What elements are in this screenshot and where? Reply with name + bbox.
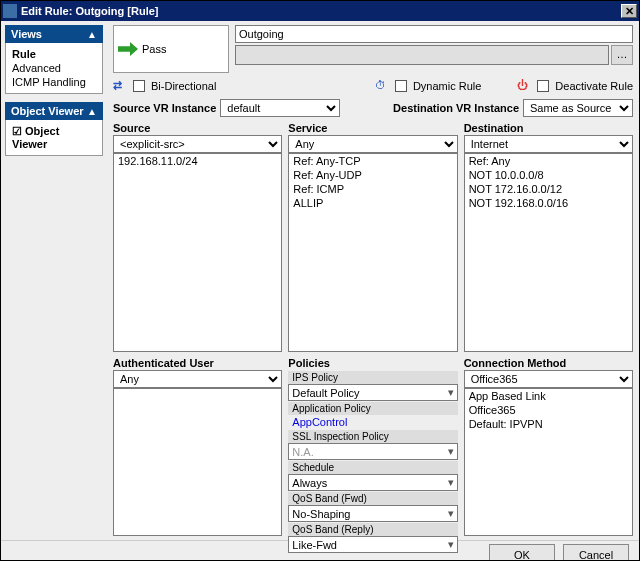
list-item[interactable]: Ref: Any-UDP [289, 168, 456, 182]
qosreply-select[interactable]: Like-Fwd▾ [288, 536, 457, 553]
list-item[interactable]: Default: IPVPN [465, 417, 632, 431]
dynamic-label: Dynamic Rule [413, 80, 481, 92]
bidirectional-label: Bi-Directional [151, 80, 216, 92]
chevron-down-icon: ▾ [448, 507, 454, 520]
views-item-icmp[interactable]: ICMP Handling [12, 75, 96, 89]
list-item[interactable]: NOT 172.16.0.0/12 [465, 182, 632, 196]
objectviewer-title: Object Viewer [11, 105, 84, 117]
policies-header: Policies [288, 356, 457, 370]
dest-vr-select[interactable]: Same as Source [523, 99, 633, 117]
app-label: Application Policy [288, 402, 457, 415]
list-item[interactable]: App Based Link [465, 389, 632, 403]
rule-name-input[interactable] [235, 25, 633, 43]
source-select[interactable]: <explicit-src> [113, 135, 282, 153]
ok-button[interactable]: OK [489, 544, 555, 561]
list-item[interactable]: Ref: Any-TCP [289, 154, 456, 168]
appcontrol-link[interactable]: AppControl [288, 415, 457, 429]
views-body: Rule Advanced ICMP Handling [5, 43, 103, 94]
dest-vr-label: Destination VR Instance [393, 102, 519, 114]
chevron-down-icon: ▾ [448, 386, 454, 399]
ssl-select: N.A.▾ [288, 443, 457, 460]
ips-label: IPS Policy [288, 371, 457, 384]
authuser-list[interactable] [113, 388, 282, 536]
source-header: Source [113, 121, 282, 135]
deactivate-label: Deactivate Rule [555, 80, 633, 92]
ips-select[interactable]: Default Policy▾ [288, 384, 457, 401]
action-label: Pass [142, 43, 166, 55]
clock-icon: ⏱ [375, 79, 389, 93]
connmethod-list[interactable]: App Based Link Office365 Default: IPVPN [464, 388, 633, 536]
browse-button[interactable]: … [611, 45, 633, 65]
destination-select[interactable]: Internet [464, 135, 633, 153]
window-title: Edit Rule: Outgoing [Rule] [21, 5, 158, 17]
qosreply-label: QoS Band (Reply) [288, 523, 457, 536]
ssl-label: SSL Inspection Policy [288, 430, 457, 443]
close-icon[interactable]: ✕ [621, 4, 637, 18]
sidebar: Views ▲ Rule Advanced ICMP Handling Obje… [1, 21, 107, 540]
objectviewer-header[interactable]: Object Viewer ▲ [5, 102, 103, 120]
list-item[interactable]: 192.168.11.0/24 [114, 154, 281, 168]
objectviewer-body: ☑ Object Viewer [5, 120, 103, 156]
chevron-down-icon: ▾ [448, 445, 454, 458]
service-header: Service [288, 121, 457, 135]
views-header[interactable]: Views ▲ [5, 25, 103, 43]
pass-arrow-icon [118, 42, 138, 56]
source-list[interactable]: 192.168.11.0/24 [113, 153, 282, 352]
chevron-up-icon: ▲ [87, 29, 97, 40]
qosfwd-label: QoS Band (Fwd) [288, 492, 457, 505]
swap-icon: ⇄ [113, 79, 127, 93]
destination-header: Destination [464, 121, 633, 135]
views-title: Views [11, 28, 42, 40]
cancel-button[interactable]: Cancel [563, 544, 629, 561]
source-vr-label: Source VR Instance [113, 102, 216, 114]
authuser-header: Authenticated User [113, 356, 282, 370]
service-list[interactable]: Ref: Any-TCP Ref: Any-UDP Ref: ICMP ALLI… [288, 153, 457, 352]
connmethod-header: Connection Method [464, 356, 633, 370]
views-item-advanced[interactable]: Advanced [12, 61, 96, 75]
list-item[interactable]: Ref: ICMP [289, 182, 456, 196]
qosfwd-select[interactable]: No-Shaping▾ [288, 505, 457, 522]
app-icon [3, 4, 17, 18]
connmethod-select[interactable]: Office365 [464, 370, 633, 388]
bidirectional-checkbox[interactable] [133, 80, 145, 92]
schedule-label: Schedule [288, 461, 457, 474]
list-item[interactable]: NOT 192.168.0.0/16 [465, 196, 632, 210]
service-select[interactable]: Any [288, 135, 457, 153]
authuser-select[interactable]: Any [113, 370, 282, 388]
action-box[interactable]: Pass [113, 25, 229, 73]
list-item[interactable]: Office365 [465, 403, 632, 417]
titlebar: Edit Rule: Outgoing [Rule] ✕ [1, 1, 639, 21]
list-item[interactable]: NOT 10.0.0.0/8 [465, 168, 632, 182]
dynamic-checkbox[interactable] [395, 80, 407, 92]
deactivate-checkbox[interactable] [537, 80, 549, 92]
list-item[interactable]: Ref: Any [465, 154, 632, 168]
description-input[interactable] [235, 45, 609, 65]
chevron-down-icon: ▾ [448, 538, 454, 551]
views-item-rule[interactable]: Rule [12, 47, 96, 61]
chevron-down-icon: ▾ [448, 476, 454, 489]
power-icon: ⏻ [517, 79, 531, 93]
schedule-select[interactable]: Always▾ [288, 474, 457, 491]
source-vr-select[interactable]: default [220, 99, 340, 117]
chevron-up-icon: ▲ [87, 106, 97, 117]
objectviewer-item[interactable]: ☑ Object Viewer [12, 124, 96, 151]
list-item[interactable]: ALLIP [289, 196, 456, 210]
destination-list[interactable]: Ref: Any NOT 10.0.0.0/8 NOT 172.16.0.0/1… [464, 153, 633, 352]
